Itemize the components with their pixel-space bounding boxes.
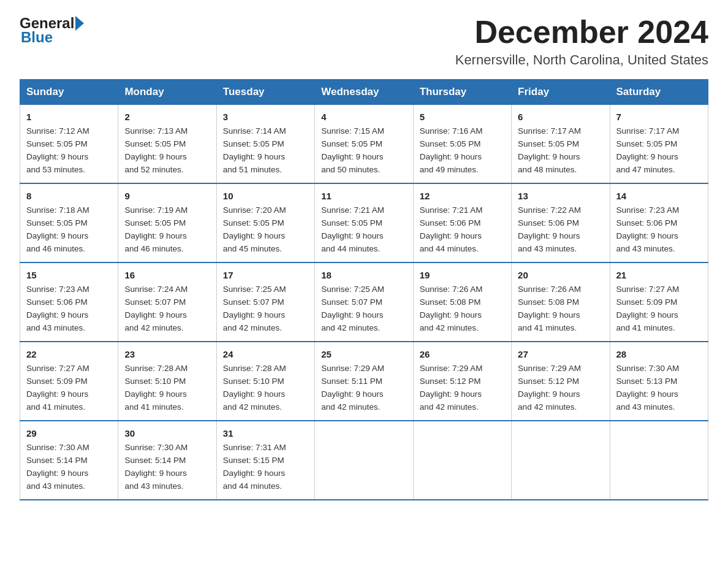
day-number: 26 — [420, 347, 505, 361]
calendar-cell: 30 Sunrise: 7:30 AMSunset: 5:14 PMDaylig… — [118, 421, 216, 500]
day-info: Sunrise: 7:22 AMSunset: 5:06 PMDaylight:… — [518, 205, 581, 253]
header: General Blue December 2024 Kernersville,… — [20, 15, 708, 68]
day-info: Sunrise: 7:28 AMSunset: 5:10 PMDaylight:… — [124, 364, 188, 412]
calendar-cell — [413, 421, 511, 500]
title-section: December 2024 Kernersville, North Caroli… — [455, 15, 708, 68]
day-number: 25 — [321, 347, 406, 361]
calendar-week-1: 1 Sunrise: 7:12 AMSunset: 5:05 PMDayligh… — [20, 105, 708, 183]
day-info: Sunrise: 7:29 AMSunset: 5:11 PMDaylight:… — [321, 364, 384, 412]
day-number: 30 — [124, 426, 210, 440]
day-info: Sunrise: 7:31 AMSunset: 5:15 PMDaylight:… — [223, 443, 286, 491]
day-number: 1 — [26, 110, 112, 124]
calendar-cell: 22 Sunrise: 7:27 AMSunset: 5:09 PMDaylig… — [20, 342, 118, 421]
calendar-cell: 4 Sunrise: 7:15 AMSunset: 5:05 PMDayligh… — [315, 105, 413, 183]
col-header-wednesday: Wednesday — [315, 80, 413, 105]
calendar-table: SundayMondayTuesdayWednesdayThursdayFrid… — [20, 79, 708, 500]
day-info: Sunrise: 7:12 AMSunset: 5:05 PMDaylight:… — [26, 126, 89, 174]
calendar-header-row: SundayMondayTuesdayWednesdayThursdayFrid… — [20, 80, 708, 105]
calendar-cell: 12 Sunrise: 7:21 AMSunset: 5:06 PMDaylig… — [413, 183, 511, 262]
day-info: Sunrise: 7:21 AMSunset: 5:05 PMDaylight:… — [321, 205, 384, 253]
calendar-cell: 21 Sunrise: 7:27 AMSunset: 5:09 PMDaylig… — [610, 262, 708, 342]
day-number: 14 — [616, 189, 702, 203]
day-number: 4 — [321, 110, 406, 124]
calendar-cell: 19 Sunrise: 7:26 AMSunset: 5:08 PMDaylig… — [413, 262, 511, 342]
day-info: Sunrise: 7:30 AMSunset: 5:14 PMDaylight:… — [26, 443, 89, 491]
calendar-cell: 1 Sunrise: 7:12 AMSunset: 5:05 PMDayligh… — [20, 105, 118, 183]
day-number: 24 — [223, 347, 308, 361]
day-number: 15 — [26, 268, 112, 282]
calendar-cell: 15 Sunrise: 7:23 AMSunset: 5:06 PMDaylig… — [20, 262, 118, 342]
calendar-cell: 27 Sunrise: 7:29 AMSunset: 5:12 PMDaylig… — [512, 342, 610, 421]
calendar-week-3: 15 Sunrise: 7:23 AMSunset: 5:06 PMDaylig… — [20, 262, 708, 342]
day-info: Sunrise: 7:17 AMSunset: 5:05 PMDaylight:… — [616, 126, 680, 174]
logo-blue-text: Blue — [21, 29, 84, 46]
calendar-cell: 2 Sunrise: 7:13 AMSunset: 5:05 PMDayligh… — [118, 105, 216, 183]
day-info: Sunrise: 7:16 AMSunset: 5:05 PMDaylight:… — [420, 126, 483, 174]
calendar-cell: 3 Sunrise: 7:14 AMSunset: 5:05 PMDayligh… — [216, 105, 314, 183]
col-header-sunday: Sunday — [20, 80, 118, 105]
day-number: 6 — [518, 110, 603, 124]
day-info: Sunrise: 7:21 AMSunset: 5:06 PMDaylight:… — [420, 205, 483, 253]
day-info: Sunrise: 7:26 AMSunset: 5:08 PMDaylight:… — [420, 285, 483, 332]
day-number: 8 — [26, 189, 112, 203]
day-number: 16 — [124, 268, 210, 282]
day-info: Sunrise: 7:27 AMSunset: 5:09 PMDaylight:… — [616, 285, 680, 332]
day-number: 19 — [420, 268, 505, 282]
day-info: Sunrise: 7:14 AMSunset: 5:05 PMDaylight:… — [223, 126, 286, 174]
logo: General Blue — [20, 15, 84, 46]
page: General Blue December 2024 Kernersville,… — [0, 0, 728, 520]
calendar-cell: 26 Sunrise: 7:29 AMSunset: 5:12 PMDaylig… — [413, 342, 511, 421]
calendar-cell: 25 Sunrise: 7:29 AMSunset: 5:11 PMDaylig… — [315, 342, 413, 421]
day-number: 23 — [124, 347, 210, 361]
day-number: 2 — [124, 110, 210, 124]
day-number: 11 — [321, 189, 406, 203]
calendar-cell: 20 Sunrise: 7:26 AMSunset: 5:08 PMDaylig… — [512, 262, 610, 342]
day-number: 9 — [124, 189, 210, 203]
calendar-cell: 8 Sunrise: 7:18 AMSunset: 5:05 PMDayligh… — [20, 183, 118, 262]
calendar-cell: 10 Sunrise: 7:20 AMSunset: 5:05 PMDaylig… — [216, 183, 314, 262]
day-info: Sunrise: 7:24 AMSunset: 5:07 PMDaylight:… — [124, 285, 188, 332]
day-number: 21 — [616, 268, 702, 282]
calendar-cell: 7 Sunrise: 7:17 AMSunset: 5:05 PMDayligh… — [610, 105, 708, 183]
day-info: Sunrise: 7:29 AMSunset: 5:12 PMDaylight:… — [518, 364, 581, 412]
calendar-cell: 29 Sunrise: 7:30 AMSunset: 5:14 PMDaylig… — [20, 421, 118, 500]
day-number: 5 — [420, 110, 505, 124]
day-number: 13 — [518, 189, 603, 203]
col-header-tuesday: Tuesday — [216, 80, 314, 105]
calendar-cell: 24 Sunrise: 7:28 AMSunset: 5:10 PMDaylig… — [216, 342, 314, 421]
col-header-saturday: Saturday — [610, 80, 708, 105]
calendar-week-5: 29 Sunrise: 7:30 AMSunset: 5:14 PMDaylig… — [20, 421, 708, 500]
calendar-cell — [512, 421, 610, 500]
day-number: 18 — [321, 268, 406, 282]
calendar-cell: 13 Sunrise: 7:22 AMSunset: 5:06 PMDaylig… — [512, 183, 610, 262]
day-info: Sunrise: 7:18 AMSunset: 5:05 PMDaylight:… — [26, 205, 89, 253]
day-info: Sunrise: 7:23 AMSunset: 5:06 PMDaylight:… — [616, 205, 680, 253]
calendar-cell: 11 Sunrise: 7:21 AMSunset: 5:05 PMDaylig… — [315, 183, 413, 262]
day-info: Sunrise: 7:25 AMSunset: 5:07 PMDaylight:… — [223, 285, 286, 332]
calendar-cell: 5 Sunrise: 7:16 AMSunset: 5:05 PMDayligh… — [413, 105, 511, 183]
day-info: Sunrise: 7:15 AMSunset: 5:05 PMDaylight:… — [321, 126, 384, 174]
col-header-friday: Friday — [512, 80, 610, 105]
day-info: Sunrise: 7:26 AMSunset: 5:08 PMDaylight:… — [518, 285, 581, 332]
calendar-cell: 6 Sunrise: 7:17 AMSunset: 5:05 PMDayligh… — [512, 105, 610, 183]
calendar-title: December 2024 — [455, 15, 708, 50]
day-number: 31 — [223, 426, 308, 440]
day-info: Sunrise: 7:29 AMSunset: 5:12 PMDaylight:… — [420, 364, 483, 412]
col-header-thursday: Thursday — [413, 80, 511, 105]
day-info: Sunrise: 7:27 AMSunset: 5:09 PMDaylight:… — [26, 364, 89, 412]
calendar-cell: 31 Sunrise: 7:31 AMSunset: 5:15 PMDaylig… — [216, 421, 314, 500]
col-header-monday: Monday — [118, 80, 216, 105]
day-number: 20 — [518, 268, 603, 282]
day-info: Sunrise: 7:17 AMSunset: 5:05 PMDaylight:… — [518, 126, 581, 174]
day-info: Sunrise: 7:19 AMSunset: 5:05 PMDaylight:… — [124, 205, 188, 253]
calendar-cell: 9 Sunrise: 7:19 AMSunset: 5:05 PMDayligh… — [118, 183, 216, 262]
calendar-cell — [610, 421, 708, 500]
day-info: Sunrise: 7:25 AMSunset: 5:07 PMDaylight:… — [321, 285, 384, 332]
calendar-cell: 28 Sunrise: 7:30 AMSunset: 5:13 PMDaylig… — [610, 342, 708, 421]
day-number: 10 — [223, 189, 308, 203]
day-number: 3 — [223, 110, 308, 124]
day-info: Sunrise: 7:13 AMSunset: 5:05 PMDaylight:… — [124, 126, 188, 174]
day-info: Sunrise: 7:28 AMSunset: 5:10 PMDaylight:… — [223, 364, 286, 412]
calendar-week-4: 22 Sunrise: 7:27 AMSunset: 5:09 PMDaylig… — [20, 342, 708, 421]
day-number: 29 — [26, 426, 112, 440]
